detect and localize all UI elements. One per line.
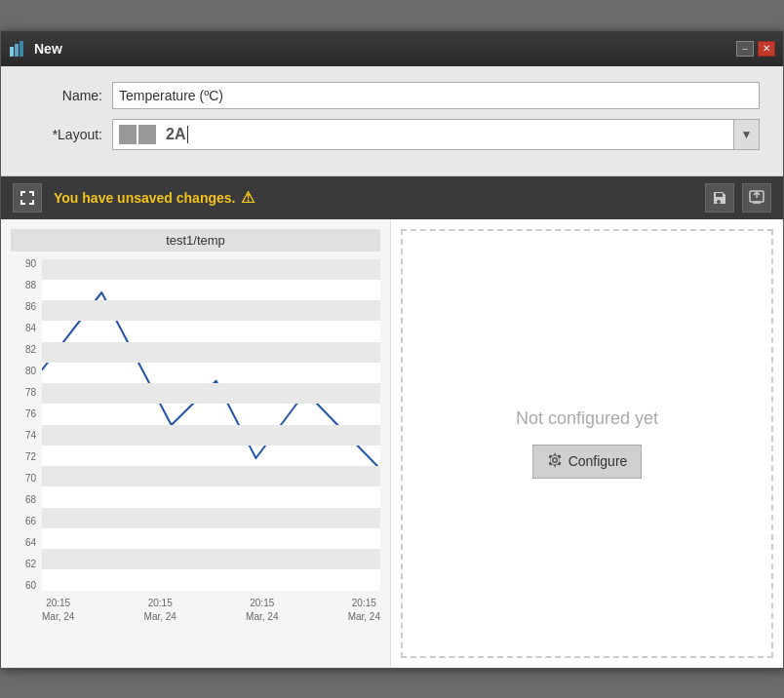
x-label-3: 20:15 Mar, 24 (246, 597, 278, 624)
chart-title: test1/temp (11, 229, 380, 252)
y-axis: 90 88 86 84 82 80 78 76 74 72 70 68 66 6… (11, 259, 40, 591)
name-label: Name: (24, 88, 102, 103)
chart-plot-area (42, 259, 380, 591)
layout-row: *Layout: 2A ▼ (24, 119, 760, 150)
y-label-78: 78 (25, 388, 36, 398)
minimize-button[interactable]: – (736, 41, 754, 57)
content-area: test1/temp 90 88 86 84 82 80 78 76 74 72… (1, 219, 783, 668)
toolbar: You have unsaved changes. ⚠ (1, 176, 783, 219)
svg-rect-1 (15, 44, 19, 57)
y-label-74: 74 (25, 431, 36, 441)
name-row: Name: (24, 82, 760, 109)
chart-panel: test1/temp 90 88 86 84 82 80 78 76 74 72… (1, 219, 391, 668)
y-label-88: 88 (25, 281, 36, 291)
y-label-82: 82 (25, 345, 36, 355)
right-panel: Not configured yet Configure (391, 219, 783, 668)
unsaved-message: You have unsaved changes. ⚠ (54, 188, 705, 207)
x-label-1: 20:15 Mar, 24 (42, 597, 74, 624)
layout-value: 2A (162, 126, 185, 143)
layout-label: *Layout: (24, 127, 102, 142)
form-area: Name: *Layout: 2A ▼ (1, 66, 783, 176)
name-input[interactable] (112, 82, 760, 109)
window-controls: – ✕ (736, 41, 775, 57)
y-label-66: 66 (25, 517, 36, 526)
app-icon (9, 39, 28, 58)
dashed-border (401, 229, 773, 658)
configure-button-label: Configure (568, 453, 628, 469)
not-configured-text: Not configured yet (516, 408, 658, 429)
unsaved-text: You have unsaved changes. (54, 190, 235, 206)
x-label-2: 20:15 Mar, 24 (144, 597, 176, 624)
main-window: New – ✕ Name: *Layout: 2A ▼ (0, 30, 784, 669)
svg-rect-2 (20, 41, 23, 57)
y-label-72: 72 (25, 452, 36, 462)
warning-icon: ⚠ (241, 188, 255, 207)
y-label-76: 76 (25, 409, 36, 419)
y-label-86: 86 (25, 302, 36, 312)
gear-icon (547, 452, 563, 471)
expand-button[interactable] (13, 183, 42, 213)
y-label-62: 62 (25, 560, 36, 569)
layout-block-1 (119, 125, 137, 144)
svg-rect-0 (10, 47, 14, 57)
layout-block-2 (138, 125, 156, 144)
layout-input-wrapper[interactable]: 2A ▼ (112, 119, 760, 150)
title-bar: New – ✕ (1, 31, 783, 66)
x-label-4: 20:15 Mar, 24 (348, 597, 380, 624)
close-button[interactable]: ✕ (758, 41, 775, 57)
y-label-90: 90 (25, 259, 36, 269)
layout-dropdown-button[interactable]: ▼ (733, 120, 759, 149)
layout-cursor (187, 126, 188, 143)
y-label-84: 84 (25, 324, 36, 333)
x-axis: 20:15 Mar, 24 20:15 Mar, 24 20:15 Mar, 2… (42, 593, 380, 630)
y-label-64: 64 (25, 538, 36, 548)
save-button[interactable] (705, 183, 734, 213)
y-label-70: 70 (25, 474, 36, 484)
y-label-68: 68 (25, 495, 36, 505)
toolbar-right-buttons (705, 183, 771, 213)
chart-container: 90 88 86 84 82 80 78 76 74 72 70 68 66 6… (11, 259, 380, 630)
y-label-60: 60 (25, 581, 36, 591)
layout-blocks (113, 125, 162, 144)
y-label-80: 80 (25, 367, 36, 376)
configure-button[interactable]: Configure (532, 445, 643, 479)
window-title: New (34, 41, 736, 57)
export-button[interactable] (742, 183, 771, 213)
